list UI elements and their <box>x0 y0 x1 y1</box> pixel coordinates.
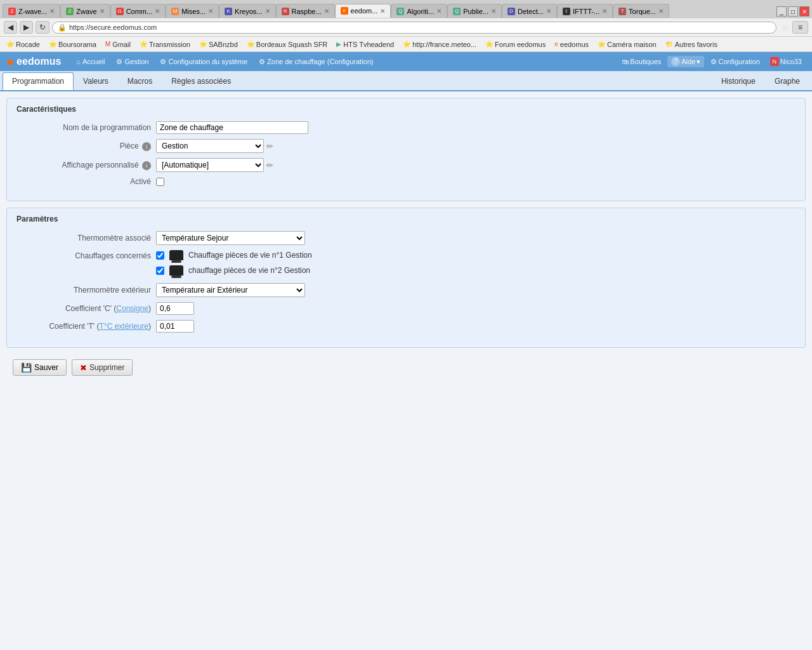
tab-close[interactable]: ✕ <box>208 8 213 15</box>
tab-close[interactable]: ✕ <box>49 8 55 15</box>
delete-button[interactable]: ✖ Supprimer <box>72 359 133 376</box>
nav-accueil[interactable]: ⌂ Accueil <box>71 56 110 67</box>
tab-close[interactable]: ✕ <box>491 8 496 15</box>
browser-tab-mises[interactable]: M Mises... ✕ <box>166 4 219 18</box>
browser-tab-raspbe[interactable]: R Raspbe... ✕ <box>276 4 335 18</box>
page-tabs: Programmation Valeurs Macros Règles asso… <box>0 71 812 91</box>
piece-control: Gestion ✏ <box>156 139 273 153</box>
tab-favicon: T <box>619 8 626 15</box>
tab-close[interactable]: ✕ <box>324 8 329 15</box>
chauffages-label: Chauffages concernés <box>16 250 156 260</box>
thermo-select[interactable]: Température Sejour <box>156 231 305 245</box>
nav-aide[interactable]: ? Aide ▾ <box>667 56 704 67</box>
save-label: Sauver <box>34 363 58 372</box>
bookmark-bx-squash[interactable]: ⭐ Bordeaux Squash SFR <box>243 40 332 49</box>
browser-tab-comm[interactable]: G Comm... ✕ <box>110 4 166 18</box>
tab-label: Comm... <box>126 8 153 15</box>
browser-tab-detect[interactable]: D Detect... ✕ <box>502 4 557 18</box>
bookmark-forum[interactable]: ⭐ Forum eedomus <box>481 40 549 49</box>
tab-close[interactable]: ✕ <box>602 8 607 15</box>
delete-icon: ✖ <box>80 363 87 373</box>
bookmark-autres[interactable]: 📁 Autres favoris <box>662 40 721 49</box>
bookmark-icon: ⭐ <box>403 41 410 48</box>
active-control <box>156 178 164 186</box>
params-title: Paramètres <box>16 215 796 223</box>
thermo-ext-select[interactable]: Température air Extérieur <box>156 283 305 297</box>
consigne-link[interactable]: Consigne <box>116 304 148 313</box>
tab-close[interactable]: ✕ <box>658 8 664 15</box>
browser-tab-zwave1[interactable]: Z Z-wave... ✕ <box>3 4 60 18</box>
nav-zone-chauffage[interactable]: ⚙ Zone de chauffage (Configuration) <box>254 56 378 68</box>
bookmark-sabnzbd[interactable]: ⭐ SABnzbd <box>195 40 242 49</box>
bookmark-label: Transmission <box>149 41 190 48</box>
browser-tab-ifttt[interactable]: I IFTTT-... ✕ <box>557 4 613 18</box>
menu-button[interactable]: ≡ <box>792 21 808 34</box>
coeff-c-input[interactable] <box>156 302 194 315</box>
browser-tab-torque[interactable]: T Torque... ✕ <box>613 4 669 18</box>
chauffage1-checkbox[interactable] <box>156 251 164 260</box>
nom-input[interactable] <box>156 121 308 134</box>
tab-close[interactable]: ✕ <box>546 8 551 15</box>
bookmark-hts[interactable]: ▶ HTS Tvheadend <box>332 40 398 49</box>
tab-close[interactable]: ✕ <box>155 8 160 15</box>
affichage-select[interactable]: [Automatique] <box>156 158 264 172</box>
thermo-ext-label: Thermomètre extérieur <box>16 286 156 295</box>
tab-label: Raspbe... <box>292 8 322 15</box>
forward-button[interactable]: ▶ <box>20 21 33 34</box>
tab-programmation[interactable]: Programmation <box>3 72 74 90</box>
browser-tab-zwave2[interactable]: Z Zwave ✕ <box>60 4 110 18</box>
tab-close[interactable]: ✕ <box>265 8 270 15</box>
nav-gestion[interactable]: ⚙ Gestion <box>111 56 154 68</box>
bookmark-boursorama[interactable]: ⭐ Boursorama <box>45 40 100 49</box>
zone-label: Zone de chauffage (Configuration) <box>267 58 373 65</box>
window-minimize[interactable]: _ <box>776 6 787 17</box>
browser-tab-eedomus[interactable]: e eedom... ✕ <box>335 4 391 18</box>
active-checkbox[interactable] <box>156 178 164 186</box>
nav-boutiques[interactable]: 🛍 Boutiques <box>618 56 665 67</box>
user-label: Nico33 <box>780 58 802 65</box>
chauffage1-device-icon <box>169 250 183 260</box>
bookmark-meteo[interactable]: ⭐ http://france.meteo... <box>399 40 480 49</box>
tab-close[interactable]: ✕ <box>436 8 442 15</box>
coeff-c-label: Coefficient 'C' (Consigne) <box>16 304 156 313</box>
browser-tab-publie[interactable]: Q Publie... ✕ <box>447 4 502 18</box>
browser-tab-algoriti[interactable]: Q Algoriti... ✕ <box>391 4 447 18</box>
tab-favicon: D <box>508 8 515 15</box>
back-button[interactable]: ◀ <box>4 21 17 34</box>
chauffage2-checkbox[interactable] <box>156 267 164 275</box>
affichage-edit-icon[interactable]: ✏ <box>266 161 273 170</box>
bookmark-label: Caméra maison <box>607 41 657 48</box>
window-close[interactable]: ✕ <box>799 6 809 17</box>
bookmark-eedomus[interactable]: e eedomus <box>551 40 593 49</box>
tab-regles[interactable]: Règles associées <box>162 72 240 90</box>
tab-macros[interactable]: Macros <box>118 72 162 90</box>
tab-valeurs[interactable]: Valeurs <box>74 72 118 90</box>
bookmark-transmission[interactable]: ⭐ Transmission <box>136 40 194 49</box>
bookmark-gmail[interactable]: M Gmail <box>102 40 134 49</box>
nav-config-sys[interactable]: ⚙ Configuration du système <box>155 56 252 68</box>
bookmark-label: Forum eedomus <box>495 41 546 48</box>
bookmark-label: Boursorama <box>58 41 96 48</box>
save-button[interactable]: 💾 Sauver <box>13 359 67 376</box>
refresh-button[interactable]: ↻ <box>36 21 49 34</box>
tab-historique[interactable]: Historique <box>712 72 765 90</box>
piece-select[interactable]: Gestion <box>156 139 264 153</box>
window-maximize[interactable]: □ <box>788 6 798 17</box>
app-logo[interactable]: ● eedomus <box>6 55 61 69</box>
tab-graphe[interactable]: Graphe <box>765 72 809 90</box>
bookmark-rocade[interactable]: ⭐ Rocade <box>3 40 44 49</box>
nav-config[interactable]: ⚙ Configuration <box>707 56 763 67</box>
coeff-t-input[interactable] <box>156 320 194 333</box>
nav-user[interactable]: N Nico33 <box>766 56 806 67</box>
tab-close[interactable]: ✕ <box>100 8 105 15</box>
affichage-label: Affichage personnalisé i <box>16 161 156 170</box>
tab-favicon: e <box>341 7 348 15</box>
tab-close[interactable]: ✕ <box>380 8 385 15</box>
bookmark-star[interactable]: ☆ <box>782 22 790 32</box>
bookmark-camera[interactable]: ⭐ Caméra maison <box>594 40 660 49</box>
bookmark-icon: ▶ <box>336 41 341 48</box>
texterieure-link[interactable]: T°C extérieure <box>100 322 149 331</box>
piece-edit-icon[interactable]: ✏ <box>266 142 273 151</box>
browser-tab-kreyos[interactable]: K Kreyos... ✕ <box>219 4 275 18</box>
address-bar[interactable]: 🔒 https://secure.eedomus.com <box>52 22 776 34</box>
